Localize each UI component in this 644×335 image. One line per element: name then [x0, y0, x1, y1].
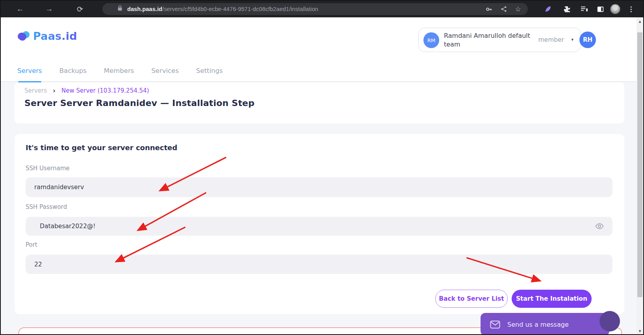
chevron-right-icon: › [53, 87, 56, 95]
bookmark-star-icon[interactable]: ☆ [513, 3, 523, 15]
tab-backups[interactable]: Backups [59, 67, 87, 80]
tab-servers[interactable]: Servers [17, 67, 42, 80]
share-icon[interactable] [499, 3, 509, 15]
cloud-logo-icon [17, 30, 31, 42]
start-installation-button[interactable]: Start The Instalation [512, 290, 592, 308]
address-bar[interactable]: dash.paas.id/servers/cf5fd4b0-ecbe-4476-… [102, 3, 528, 15]
page-title: Server Server Ramdanidev — Installation … [24, 98, 254, 108]
title-card: Servers › New Server (103.179.254.54) Se… [15, 82, 624, 123]
installation-form-card: It's time to get your server connected S… [15, 134, 624, 314]
ssh-username-input[interactable] [26, 177, 612, 197]
team-selector[interactable]: RM Ramdani Amarulloh default team member… [418, 28, 581, 52]
key-icon[interactable] [484, 3, 494, 15]
eye-icon[interactable] [595, 223, 604, 231]
url-domain: dash.paas.id [127, 6, 162, 12]
browser-toolbar: ← → ⟳ dash.paas.id/servers/cf5fd4b0-ecbe… [1, 1, 643, 17]
scrollbar-up-icon[interactable]: ▲ [637, 18, 643, 24]
url-path: /servers/cf5fd4b0-ecbe-4476-9571-dc08cfb… [162, 6, 318, 12]
chat-label: Send us a message [507, 321, 569, 328]
back-to-server-list-button[interactable]: Back to Server List [435, 290, 508, 308]
scrollbar-thumb[interactable] [637, 32, 642, 297]
port-input[interactable] [26, 255, 612, 274]
ssh-password-input[interactable] [26, 217, 612, 236]
browser-reload-icon[interactable]: ⟳ [73, 1, 87, 17]
logo-text: Paas.id [33, 30, 77, 42]
team-role: member [538, 36, 564, 43]
main-nav: Servers Backups Members Services Setting… [17, 67, 223, 80]
screenshot-root: ← → ⟳ dash.paas.id/servers/cf5fd4b0-ecbe… [0, 0, 644, 335]
tab-services[interactable]: Services [151, 67, 179, 80]
ssh-password-label: SSH Password [26, 203, 67, 210]
form-heading: It's time to get your server connected [26, 143, 177, 152]
user-avatar[interactable]: RH [579, 32, 596, 48]
browser-forward-icon[interactable]: → [43, 1, 56, 17]
envelope-icon [490, 320, 500, 329]
tab-members[interactable]: Members [104, 67, 134, 80]
team-name: Ramdani Amarulloh default team [444, 32, 542, 49]
browser-profile-avatar[interactable] [609, 1, 621, 17]
breadcrumb: Servers › New Server (103.179.254.54) [24, 87, 149, 95]
page-scrollbar: ▲ ▼ [637, 17, 643, 335]
chat-launcher[interactable]: Send us a message [481, 313, 609, 335]
app-header: Paas.id RM Ramdani Amarulloh default tea… [1, 17, 643, 82]
extensions-puzzle-icon[interactable] [561, 1, 573, 17]
paasid-logo[interactable]: Paas.id [17, 30, 77, 42]
url-text: dash.paas.id/servers/cf5fd4b0-ecbe-4476-… [127, 6, 318, 12]
team-avatar: RM [423, 32, 439, 48]
scrollbar-down-icon[interactable]: ▼ [637, 328, 643, 334]
port-label: Port [26, 241, 37, 248]
breadcrumb-current-link[interactable]: New Server (103.179.254.54) [61, 87, 149, 94]
lock-icon [117, 5, 122, 13]
ssh-username-label: SSH Username [26, 165, 70, 172]
feather-extension-icon[interactable] [542, 1, 554, 17]
browser-back-icon[interactable]: ← [13, 1, 27, 17]
caret-down-icon: ▾ [571, 37, 573, 42]
browser-menu-icon[interactable]: ⋮ [625, 1, 637, 17]
chat-bubble-blob[interactable] [599, 311, 620, 331]
tab-settings[interactable]: Settings [196, 67, 223, 80]
reading-list-icon[interactable] [578, 1, 590, 17]
breadcrumb-servers-link[interactable]: Servers [24, 87, 47, 94]
side-panel-icon[interactable] [594, 1, 606, 17]
